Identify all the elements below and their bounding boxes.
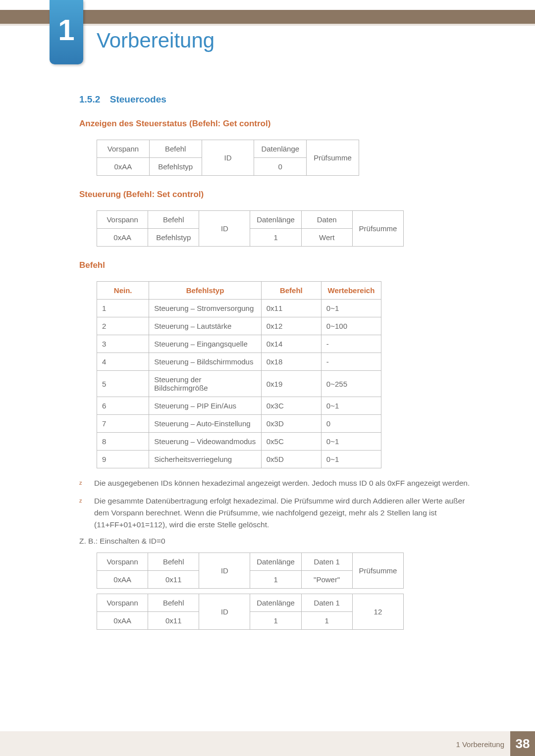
- list-item: z Die ausgegebenen IDs können hexadezima…: [79, 477, 478, 489]
- cell: 0x11: [148, 612, 199, 630]
- cell: Datenlänge: [250, 553, 301, 571]
- cell: Steuerung – PIP Ein/Aus: [149, 397, 261, 415]
- bullet-icon: z: [79, 495, 94, 531]
- cell: 0~1: [321, 397, 381, 415]
- cell: Befehl: [149, 140, 202, 158]
- cell: 0xAA: [97, 229, 148, 247]
- cell: 0x11: [148, 571, 199, 589]
- cell: 2: [97, 317, 149, 335]
- cell: Vorspann: [97, 140, 150, 158]
- cell: Prüfsumme: [352, 211, 403, 247]
- footer-bar: 1 Vorbereitung 38: [0, 731, 535, 756]
- sub-heading-1: Anzeigen des Steuerstatus (Befehl: Get c…: [79, 119, 478, 129]
- cell: 7: [97, 415, 149, 433]
- cell: 0x5C: [261, 433, 321, 451]
- table-commands: Nein. Befehlstyp Befehl Wertebereich 1St…: [97, 281, 381, 468]
- cell: 6: [97, 397, 149, 415]
- cell: Befehlstyp: [148, 229, 199, 247]
- cell: -: [321, 353, 381, 371]
- table-row: 7Steuerung – Auto-Einstellung0x3D0: [97, 415, 381, 433]
- header-cell: Befehl: [261, 282, 321, 300]
- header-cell: Befehlstyp: [149, 282, 261, 300]
- cell: Datenlänge: [250, 594, 301, 612]
- cell: Wert: [301, 229, 352, 247]
- table-row: Vorspann Befehl ID Datenlänge Daten 1 12: [97, 594, 404, 612]
- table-row: 2Steuerung – Lautstärke0x120~100: [97, 317, 381, 335]
- footer-text: 1 Vorbereitung: [456, 740, 504, 749]
- cell: 12: [352, 594, 403, 630]
- cell: 0x3C: [261, 397, 321, 415]
- table-header-row: Nein. Befehlstyp Befehl Wertebereich: [97, 282, 381, 300]
- table-row: 4Steuerung – Bildschirmmodus0x18-: [97, 353, 381, 371]
- cell: Befehlstyp: [149, 158, 202, 176]
- chapter-badge: 1: [50, 0, 83, 64]
- cell: 0x12: [261, 317, 321, 335]
- cell: Datenlänge: [254, 140, 307, 158]
- page-number: 38: [510, 731, 535, 756]
- example-line: Z. B.: Einschalten & ID=0: [79, 537, 478, 546]
- cell: Befehl: [148, 594, 199, 612]
- cell: ID: [202, 140, 254, 176]
- cell: "Power": [301, 571, 352, 589]
- cell: 3: [97, 335, 149, 353]
- cell: Vorspann: [97, 553, 148, 571]
- header-cell: Wertebereich: [321, 282, 381, 300]
- cell: 1: [301, 612, 352, 630]
- cell: 0~1: [321, 300, 381, 317]
- chapter-title: Vorbereitung: [97, 29, 214, 52]
- cell: Sicherheitsverriegelung: [149, 451, 261, 468]
- cell: 1: [250, 229, 301, 247]
- list-item: z Die gesammte Datenübertragung erfolgt …: [79, 495, 478, 531]
- cell: 5: [97, 371, 149, 397]
- table-row: 6Steuerung – PIP Ein/Aus0x3C0~1: [97, 397, 381, 415]
- cell: Daten 1: [301, 594, 352, 612]
- cell: 0xAA: [97, 612, 148, 630]
- table-row: Vorspann Befehl ID Datenlänge Prüfsumme: [97, 140, 359, 158]
- cell: Daten 1: [301, 553, 352, 571]
- cell: 1: [97, 300, 149, 317]
- table-set-control: Vorspann Befehl ID Datenlänge Daten Prüf…: [97, 210, 404, 247]
- cell: Steuerung – Eingangsquelle: [149, 335, 261, 353]
- table-row: 3Steuerung – Eingangsquelle0x14-: [97, 335, 381, 353]
- cell: Daten: [301, 211, 352, 229]
- cell: ID: [199, 553, 250, 589]
- cell: 0x18: [261, 353, 321, 371]
- cell: Prüfsumme: [352, 553, 403, 589]
- cell: Steuerung der Bildschirmgröße: [149, 371, 261, 397]
- cell: 0x14: [261, 335, 321, 353]
- cell: Datenlänge: [250, 211, 301, 229]
- cell: 8: [97, 433, 149, 451]
- cell: 0~1: [321, 451, 381, 468]
- cell: Befehl: [148, 553, 199, 571]
- cell: 0~1: [321, 433, 381, 451]
- cell: Steuerung – Auto-Einstellung: [149, 415, 261, 433]
- cell: 0: [321, 415, 381, 433]
- table-row: Vorspann Befehl ID Datenlänge Daten 1 Pr…: [97, 553, 404, 571]
- notes-list: z Die ausgegebenen IDs können hexadezima…: [79, 477, 478, 531]
- table-row: Vorspann Befehl ID Datenlänge Daten Prüf…: [97, 211, 404, 229]
- cell: Prüfsumme: [307, 140, 359, 176]
- table-row: 1Steuerung – Stromversorgung0x110~1: [97, 300, 381, 317]
- table-example-1: Vorspann Befehl ID Datenlänge Daten 1 Pr…: [97, 553, 404, 589]
- cell: 0x19: [261, 371, 321, 397]
- cell: 4: [97, 353, 149, 371]
- cell: Befehl: [148, 211, 199, 229]
- cell: ID: [199, 211, 250, 247]
- cell: 0xAA: [97, 571, 148, 589]
- section-heading: 1.5.2 Steuercodes: [79, 94, 478, 105]
- cell: 0~100: [321, 317, 381, 335]
- table-example-2: Vorspann Befehl ID Datenlänge Daten 1 12…: [97, 594, 404, 630]
- cell: 0: [254, 158, 307, 176]
- note-text: Die gesammte Datenübertragung erfolgt he…: [94, 495, 478, 531]
- cell: 0x5D: [261, 451, 321, 468]
- table-row: 8Steuerung – Videowandmodus0x5C0~1: [97, 433, 381, 451]
- cell: -: [321, 335, 381, 353]
- cell: 0~255: [321, 371, 381, 397]
- table-row: 9Sicherheitsverriegelung0x5D0~1: [97, 451, 381, 468]
- cell: Steuerung – Bildschirmmodus: [149, 353, 261, 371]
- section-title: Steuercodes: [110, 94, 166, 104]
- table-get-control: Vorspann Befehl ID Datenlänge Prüfsumme …: [97, 140, 359, 176]
- cell: 1: [250, 571, 301, 589]
- sub-heading-2: Steuerung (Befehl: Set control): [79, 190, 478, 200]
- cell: Vorspann: [97, 594, 148, 612]
